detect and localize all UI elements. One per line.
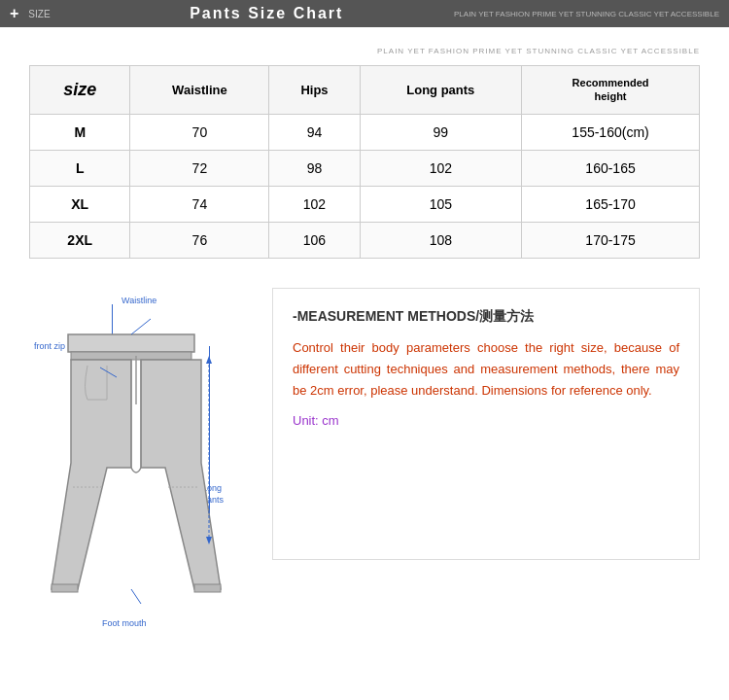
cell-long-pants: 102 xyxy=(360,150,522,186)
plus-icon: + xyxy=(10,5,18,22)
measurement-title: -MEASUREMENT METHODS/测量方法 xyxy=(293,308,679,326)
cell-size: L xyxy=(30,150,130,186)
cell-long-pants: 108 xyxy=(360,222,522,258)
cell-hips: 94 xyxy=(269,114,360,150)
svg-rect-11 xyxy=(52,584,78,592)
brand-subtitle: PLAIN YET FASHION PRIME YET STUNNING CLA… xyxy=(29,47,700,55)
cell-hips: 98 xyxy=(269,150,360,186)
unit-label: Unit: cm xyxy=(293,413,679,428)
col-header-rec-height: Recommendedheight xyxy=(522,66,700,115)
svg-rect-12 xyxy=(194,584,221,592)
page-title: Pants Size Chart xyxy=(80,5,454,22)
cell-rec-height: 170-175 xyxy=(522,222,700,258)
table-row: XL 74 102 105 165-170 xyxy=(30,186,700,222)
size-label: SIZE xyxy=(28,9,50,19)
col-header-long-pants: Long pants xyxy=(360,66,522,115)
table-row: L 72 98 102 160-165 xyxy=(30,150,700,186)
cell-rec-height: 165-170 xyxy=(522,186,700,222)
cell-waistline: 74 xyxy=(130,186,269,222)
pants-svg: Waistline front zip Longpants Foot mouth xyxy=(29,288,253,638)
size-chart-table: size Waistline Hips Long pants Recommend… xyxy=(29,65,700,259)
cell-waistline: 70 xyxy=(130,114,269,150)
cell-long-pants: 99 xyxy=(360,114,522,150)
cell-long-pants: 105 xyxy=(360,186,522,222)
table-row: M 70 94 99 155-160(cm) xyxy=(30,114,700,150)
cell-waistline: 76 xyxy=(130,222,269,258)
bottom-section: Waistline front zip Longpants Foot mouth xyxy=(29,288,700,638)
col-header-waistline: Waistline xyxy=(130,66,269,115)
cell-waistline: 72 xyxy=(130,150,269,186)
measurement-info-box: -MEASUREMENT METHODS/测量方法 Control their … xyxy=(272,288,700,560)
waistline-label: Waistline xyxy=(122,296,156,305)
cell-hips: 106 xyxy=(269,222,360,258)
slogan-text: PLAIN YET FASHION PRIME YET STUNNING CLA… xyxy=(454,10,719,18)
svg-rect-1 xyxy=(71,352,191,360)
col-header-size: size xyxy=(30,66,130,115)
svg-rect-0 xyxy=(68,334,194,352)
cell-size: M xyxy=(30,114,130,150)
main-content: PLAIN YET FASHION PRIME YET STUNNING CLA… xyxy=(0,27,729,700)
cell-size: 2XL xyxy=(30,222,130,258)
top-bar: + SIZE Pants Size Chart PLAIN YET FASHIO… xyxy=(0,0,729,27)
measurement-description: Control their body parameters choose the… xyxy=(293,337,679,402)
svg-line-8 xyxy=(131,589,141,604)
cell-hips: 102 xyxy=(269,186,360,222)
svg-line-3 xyxy=(131,319,151,334)
pants-illustration: Waistline front zip Longpants Foot mouth xyxy=(29,288,253,638)
cell-rec-height: 155-160(cm) xyxy=(522,114,700,150)
table-row: 2XL 76 106 108 170-175 xyxy=(30,222,700,258)
cell-size: XL xyxy=(30,186,130,222)
cell-rec-height: 160-165 xyxy=(522,150,700,186)
svg-marker-6 xyxy=(206,356,212,364)
col-header-hips: Hips xyxy=(269,66,360,115)
